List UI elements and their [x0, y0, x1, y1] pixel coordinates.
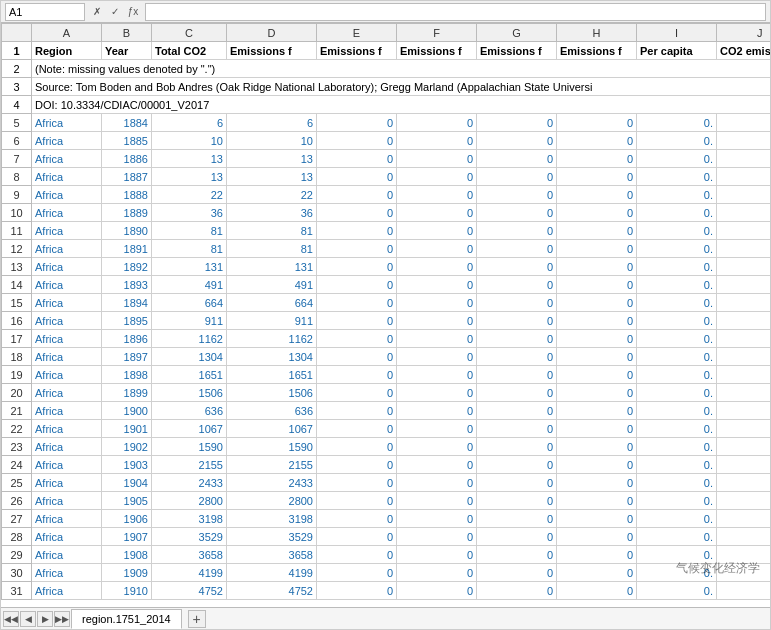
table-scroll[interactable]: A B C D E F G H I J 1	[1, 23, 770, 607]
cell-c5[interactable]: 6	[152, 114, 227, 132]
row-num-13[interactable]: 13	[2, 258, 32, 276]
cell-a22[interactable]: Africa	[32, 420, 102, 438]
cell-c23[interactable]: 1590	[152, 438, 227, 456]
cell-b23[interactable]: 1902	[102, 438, 152, 456]
cell-d14[interactable]: 491	[227, 276, 317, 294]
col-header-b[interactable]: B	[102, 24, 152, 42]
cell-c16[interactable]: 911	[152, 312, 227, 330]
cell-h19[interactable]: 0	[557, 366, 637, 384]
cell-b12[interactable]: 1891	[102, 240, 152, 258]
cell-c10[interactable]: 36	[152, 204, 227, 222]
row-num-31[interactable]: 31	[2, 582, 32, 600]
cell-d17[interactable]: 1162	[227, 330, 317, 348]
cell-j28[interactable]	[717, 528, 771, 546]
cell-i6[interactable]: 0.	[637, 132, 717, 150]
cell-h6[interactable]: 0	[557, 132, 637, 150]
cell-b26[interactable]: 1905	[102, 492, 152, 510]
cell-j31[interactable]	[717, 582, 771, 600]
cancel-formula-icon[interactable]: ✗	[89, 4, 105, 20]
cell-d31[interactable]: 4752	[227, 582, 317, 600]
cell-i1[interactable]: Per capita	[637, 42, 717, 60]
cell-j21[interactable]	[717, 402, 771, 420]
cell-b29[interactable]: 1908	[102, 546, 152, 564]
col-header-a[interactable]: A	[32, 24, 102, 42]
name-box[interactable]	[5, 3, 85, 21]
cell-g28[interactable]: 0	[477, 528, 557, 546]
cell-d11[interactable]: 81	[227, 222, 317, 240]
cell-e29[interactable]: 0	[317, 546, 397, 564]
cell-d25[interactable]: 2433	[227, 474, 317, 492]
cell-j29[interactable]	[717, 546, 771, 564]
cell-j12[interactable]	[717, 240, 771, 258]
cell-g21[interactable]: 0	[477, 402, 557, 420]
cell-a8[interactable]: Africa	[32, 168, 102, 186]
cell-e15[interactable]: 0	[317, 294, 397, 312]
row-num-3[interactable]: 3	[2, 78, 32, 96]
cell-g11[interactable]: 0	[477, 222, 557, 240]
cell-b6[interactable]: 1885	[102, 132, 152, 150]
cell-h12[interactable]: 0	[557, 240, 637, 258]
cell-j10[interactable]	[717, 204, 771, 222]
cell-f20[interactable]: 0	[397, 384, 477, 402]
cell-e10[interactable]: 0	[317, 204, 397, 222]
cell-c27[interactable]: 3198	[152, 510, 227, 528]
cell-c13[interactable]: 131	[152, 258, 227, 276]
cell-c14[interactable]: 491	[152, 276, 227, 294]
row-num-9[interactable]: 9	[2, 186, 32, 204]
cell-i23[interactable]: 0.	[637, 438, 717, 456]
cell-a1[interactable]: Region	[32, 42, 102, 60]
cell-j5[interactable]	[717, 114, 771, 132]
cell-a30[interactable]: Africa	[32, 564, 102, 582]
cell-c25[interactable]: 2433	[152, 474, 227, 492]
cell-b17[interactable]: 1896	[102, 330, 152, 348]
col-header-f[interactable]: F	[397, 24, 477, 42]
cell-i22[interactable]: 0.	[637, 420, 717, 438]
cell-i24[interactable]: 0.	[637, 456, 717, 474]
cell-h24[interactable]: 0	[557, 456, 637, 474]
cell-d8[interactable]: 13	[227, 168, 317, 186]
cell-g20[interactable]: 0	[477, 384, 557, 402]
cell-h20[interactable]: 0	[557, 384, 637, 402]
cell-c6[interactable]: 10	[152, 132, 227, 150]
cell-c1[interactable]: Total CO2	[152, 42, 227, 60]
cell-j15[interactable]	[717, 294, 771, 312]
col-header-c[interactable]: C	[152, 24, 227, 42]
cell-i16[interactable]: 0.	[637, 312, 717, 330]
cell-c9[interactable]: 22	[152, 186, 227, 204]
cell-a27[interactable]: Africa	[32, 510, 102, 528]
cell-i8[interactable]: 0.	[637, 168, 717, 186]
cell-d15[interactable]: 664	[227, 294, 317, 312]
cell-a24[interactable]: Africa	[32, 456, 102, 474]
cell-d19[interactable]: 1651	[227, 366, 317, 384]
cell-d22[interactable]: 1067	[227, 420, 317, 438]
row-num-1[interactable]: 1	[2, 42, 32, 60]
cell-g7[interactable]: 0	[477, 150, 557, 168]
cell-d6[interactable]: 10	[227, 132, 317, 150]
cell-g13[interactable]: 0	[477, 258, 557, 276]
cell-i7[interactable]: 0.	[637, 150, 717, 168]
cell-e22[interactable]: 0	[317, 420, 397, 438]
cell-a15[interactable]: Africa	[32, 294, 102, 312]
cell-b15[interactable]: 1894	[102, 294, 152, 312]
cell-b24[interactable]: 1903	[102, 456, 152, 474]
cell-e18[interactable]: 0	[317, 348, 397, 366]
cell-i31[interactable]: 0.	[637, 582, 717, 600]
cell-a19[interactable]: Africa	[32, 366, 102, 384]
cell-g19[interactable]: 0	[477, 366, 557, 384]
row-num-24[interactable]: 24	[2, 456, 32, 474]
cell-c28[interactable]: 3529	[152, 528, 227, 546]
cell-d26[interactable]: 2800	[227, 492, 317, 510]
cell-i21[interactable]: 0.	[637, 402, 717, 420]
col-header-j[interactable]: J	[717, 24, 771, 42]
cell-e17[interactable]: 0	[317, 330, 397, 348]
cell-d18[interactable]: 1304	[227, 348, 317, 366]
cell-b11[interactable]: 1890	[102, 222, 152, 240]
cell-i17[interactable]: 0.	[637, 330, 717, 348]
cell-b30[interactable]: 1909	[102, 564, 152, 582]
cell-j13[interactable]	[717, 258, 771, 276]
cell-g12[interactable]: 0	[477, 240, 557, 258]
cell-h31[interactable]: 0	[557, 582, 637, 600]
row-num-27[interactable]: 27	[2, 510, 32, 528]
cell-d5[interactable]: 6	[227, 114, 317, 132]
cell-b1[interactable]: Year	[102, 42, 152, 60]
